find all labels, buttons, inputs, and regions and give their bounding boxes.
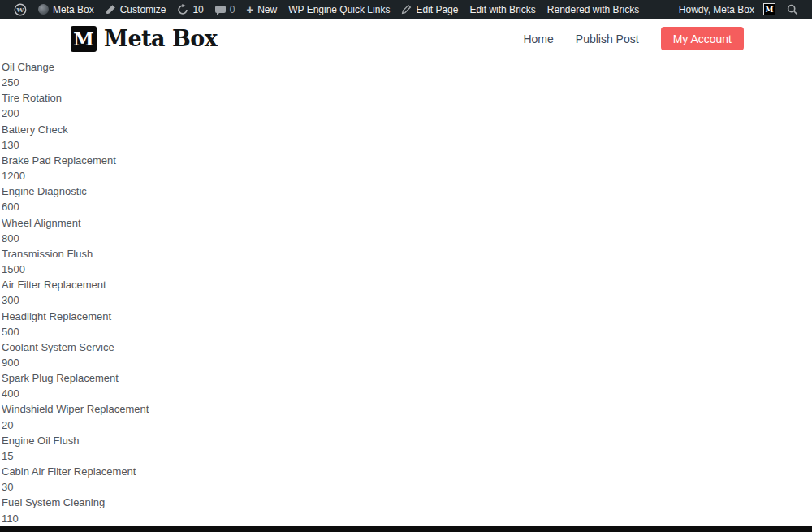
service-name: Oil Change — [2, 59, 812, 75]
wp-engine-label: WP Engine Quick Links — [288, 4, 390, 15]
service-name: Engine Oil Flush — [2, 433, 812, 448]
plus-icon: + — [246, 3, 253, 15]
comments-count: 0 — [230, 4, 235, 15]
nav-home-link[interactable]: Home — [523, 32, 553, 45]
site-name-menu[interactable]: Meta Box — [32, 0, 100, 19]
service-price: 300 — [2, 292, 812, 308]
service-name: Coolant System Service — [2, 340, 812, 355]
service-name: Tire Rotation — [2, 90, 812, 106]
service-price: 1500 — [2, 262, 812, 277]
howdy-label: Howdy, Meta Box — [679, 4, 754, 15]
logo-m-icon: M — [71, 26, 97, 52]
service-name: Cabin Air Filter Replacement — [2, 464, 812, 479]
main-nav: Home Publish Post My Account — [523, 27, 744, 50]
new-label: New — [257, 4, 277, 15]
search-icon — [787, 4, 798, 15]
update-arrows-icon — [177, 4, 188, 15]
comment-bubble-icon — [215, 6, 226, 13]
edit-page-label: Edit Page — [416, 4, 458, 15]
wp-admin-bar: W Meta Box Customize 10 0 + New W — [0, 0, 812, 19]
edit-page-menu[interactable]: Edit Page — [395, 0, 464, 19]
service-name: Headlight Replacement — [2, 309, 812, 324]
updates-count: 10 — [192, 4, 203, 15]
brush-icon — [106, 4, 116, 15]
rendered-with-bricks-menu[interactable]: Rendered with Bricks — [542, 0, 645, 19]
service-price: 110 — [2, 511, 812, 526]
service-price: 400 — [2, 386, 812, 401]
admin-bar-right: Howdy, Meta Box M — [673, 3, 804, 15]
footer-bar — [0, 526, 812, 532]
site-favicon-icon — [38, 4, 49, 15]
service-price: 800 — [2, 231, 812, 246]
wp-logo-menu[interactable]: W — [8, 0, 32, 19]
wordpress-logo-icon: W — [14, 3, 27, 16]
new-content-menu[interactable]: + New — [240, 0, 283, 19]
services-list: Oil Change250Tire Rotation200Battery Che… — [0, 58, 812, 526]
service-name: Engine Diagnostic — [2, 184, 812, 199]
service-name: Windshield Wiper Replacement — [2, 401, 812, 417]
service-price: 900 — [2, 355, 812, 370]
site-logo[interactable]: M Meta Box — [71, 26, 217, 52]
site-name-label: Meta Box — [53, 4, 94, 15]
service-name: Wheel Alignment — [2, 215, 812, 231]
site-header: M Meta Box Home Publish Post My Account — [0, 19, 812, 58]
service-name: Battery Check — [2, 122, 812, 137]
nav-publish-post-link[interactable]: Publish Post — [576, 32, 639, 45]
admin-search-button[interactable] — [781, 4, 804, 15]
service-name: Air Filter Replacement — [2, 277, 812, 292]
edit-with-bricks-menu[interactable]: Edit with Bricks — [464, 0, 541, 19]
wp-engine-quick-links-menu[interactable]: WP Engine Quick Links — [283, 0, 395, 19]
my-account-button[interactable]: My Account — [661, 27, 744, 50]
comments-menu[interactable]: 0 — [209, 0, 241, 19]
my-account-menu[interactable]: Howdy, Meta Box M — [673, 3, 781, 15]
service-price: 250 — [2, 75, 812, 90]
pencil-icon — [401, 4, 412, 15]
service-price: 130 — [2, 137, 812, 153]
service-price: 1200 — [2, 168, 812, 184]
customize-label: Customize — [120, 4, 166, 15]
customize-menu[interactable]: Customize — [100, 0, 172, 19]
service-price: 20 — [2, 417, 812, 433]
rendered-with-bricks-label: Rendered with Bricks — [547, 4, 639, 15]
service-price: 200 — [2, 106, 812, 121]
avatar: M — [763, 3, 775, 15]
service-name: Fuel System Cleaning — [2, 495, 812, 510]
service-name: Transmission Flush — [2, 246, 812, 262]
service-name: Spark Plug Replacement — [2, 370, 812, 386]
svg-text:W: W — [16, 5, 25, 13]
logo-text: Meta Box — [104, 26, 217, 51]
updates-menu[interactable]: 10 — [171, 0, 209, 19]
service-price: 600 — [2, 199, 812, 214]
service-price: 500 — [2, 324, 812, 340]
service-price: 15 — [2, 448, 812, 464]
service-price: 30 — [2, 479, 812, 495]
service-name: Brake Pad Replacement — [2, 153, 812, 168]
edit-with-bricks-label: Edit with Bricks — [469, 4, 535, 15]
